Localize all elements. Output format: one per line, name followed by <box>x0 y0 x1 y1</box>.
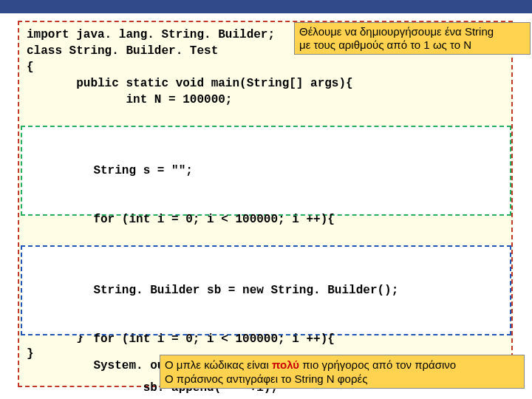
green-code-box: String s = ""; for (int i = 0; i < 10000… <box>21 126 511 216</box>
annotation-text: Ο μπλε κώδικας είναι <box>165 358 272 371</box>
annotation-intent: Θέλουμε να δημιουργήσουμε ένα String με … <box>294 22 531 55</box>
blue-code-box: String. Builder sb = new String. Builder… <box>21 245 511 335</box>
code-line: { <box>19 59 511 75</box>
code-line: String s = ""; <box>30 163 510 179</box>
code-line: for (int i = 0; i < 100000; i ++){ <box>30 331 510 347</box>
annotation-text: με τους αριθμούς από το 1 ως το Ν <box>299 38 471 51</box>
code-line: int N = 100000; <box>19 92 511 108</box>
annotation-text: πιο γρήγορος από τον πράσινο <box>299 358 456 371</box>
code-line: String. Builder sb = new String. Builder… <box>30 282 510 299</box>
annotation-performance: Ο μπλε κώδικας είναι πολύ πιο γρήγορος α… <box>160 355 525 389</box>
top-header-bar <box>0 0 532 13</box>
emphasis-word: πολύ <box>272 358 299 371</box>
annotation-text: Ο πράσινος αντιγράφει το String N φορές <box>165 372 367 385</box>
code-line: public static void main(String[] args){ <box>19 75 511 92</box>
annotation-text: Θέλουμε να δημιουργήσουμε ένα String <box>299 25 494 38</box>
code-line: for (int i = 0; i < 100000; i ++){ <box>30 211 510 228</box>
